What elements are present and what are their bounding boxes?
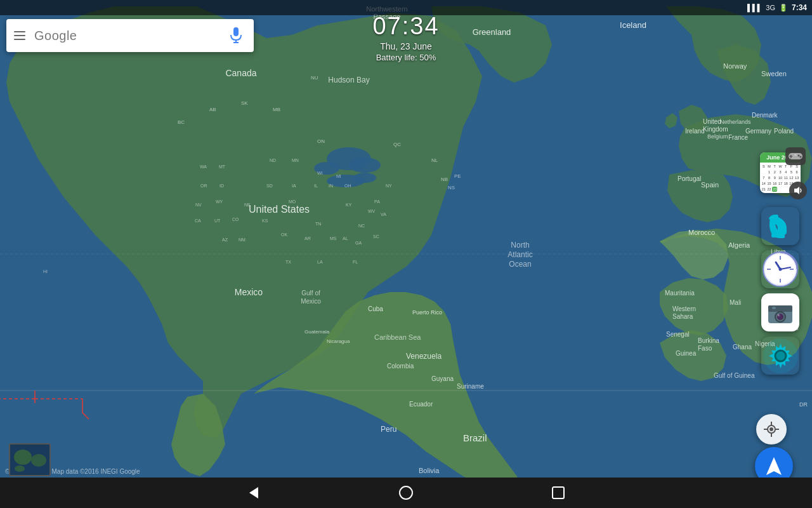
cal-date: 5: [789, 170, 794, 175]
svg-text:MB: MB: [273, 107, 280, 112]
svg-text:AR: AR: [304, 236, 311, 241]
svg-text:LA: LA: [317, 260, 323, 264]
home-button[interactable]: [393, 480, 419, 505]
svg-text:KY: KY: [346, 203, 352, 207]
battery-icon: 🔋: [779, 4, 788, 12]
svg-text:NM: NM: [239, 237, 246, 242]
svg-text:DR: DR: [799, 401, 808, 408]
minimap-svg: [10, 444, 49, 475]
status-time: 7:34: [792, 3, 807, 12]
svg-text:Mali: Mali: [730, 299, 741, 306]
svg-text:Cuba: Cuba: [368, 305, 383, 312]
my-location-button[interactable]: [756, 414, 787, 444]
svg-text:ID: ID: [219, 184, 224, 188]
svg-text:WY: WY: [216, 199, 223, 204]
cal-date: 10: [778, 175, 783, 180]
clock-icon[interactable]: [761, 250, 799, 288]
hamburger-menu-button[interactable]: [14, 31, 25, 40]
cal-date: 13: [794, 175, 799, 180]
svg-text:MI: MI: [336, 174, 341, 178]
svg-point-5: [353, 173, 376, 183]
phone-icon[interactable]: [761, 207, 799, 245]
svg-text:Sahara: Sahara: [672, 313, 693, 320]
cal-date: 2: [772, 170, 777, 175]
cal-date: 22: [767, 187, 772, 192]
svg-text:Western: Western: [672, 305, 696, 312]
cal-date: 7: [761, 175, 766, 180]
svg-text:Mauritania: Mauritania: [665, 290, 695, 297]
svg-text:KS: KS: [262, 218, 268, 223]
svg-text:WI: WI: [317, 171, 323, 175]
svg-point-138: [779, 268, 782, 271]
svg-text:NU: NU: [311, 75, 318, 81]
svg-text:AL: AL: [343, 236, 348, 241]
clock-battery: Battery life: 50%: [372, 53, 439, 62]
svg-text:NV: NV: [195, 203, 202, 207]
map-background[interactable]: Iceland Greenland Northwestern Passage C…: [0, 0, 812, 508]
svg-text:Guatemala: Guatemala: [304, 329, 330, 335]
svg-text:Faso: Faso: [698, 345, 712, 352]
back-button[interactable]: [241, 480, 266, 505]
svg-point-161: [31, 454, 46, 467]
cal-date: 3: [778, 170, 783, 175]
svg-text:Morocco: Morocco: [688, 229, 715, 236]
svg-text:Hudson Bay: Hudson Bay: [328, 76, 369, 84]
svg-point-125: [798, 155, 800, 157]
search-bar[interactable]: Google: [6, 19, 254, 52]
cal-date: 16: [772, 181, 777, 186]
camera-icon[interactable]: [761, 293, 799, 331]
svg-point-162: [15, 465, 25, 472]
svg-text:Sweden: Sweden: [761, 70, 787, 77]
svg-marker-158: [766, 457, 774, 475]
svg-text:WA: WA: [200, 164, 207, 169]
recents-icon: [551, 486, 565, 500]
svg-text:Portugal: Portugal: [678, 175, 701, 182]
svg-text:PA: PA: [374, 199, 380, 204]
minimap-thumbnail[interactable]: [9, 443, 51, 476]
svg-text:Germany: Germany: [745, 128, 771, 135]
svg-text:IL: IL: [314, 184, 318, 188]
svg-text:IN: IN: [329, 184, 333, 188]
cal-date: 18: [783, 181, 789, 186]
svg-text:Burkina: Burkina: [698, 337, 719, 344]
svg-text:Algeria: Algeria: [728, 241, 750, 249]
svg-text:WV: WV: [368, 209, 376, 213]
hamburger-line: [14, 31, 25, 32]
mic-button[interactable]: [226, 25, 246, 46]
svg-text:OH: OH: [344, 184, 351, 188]
svg-text:MS: MS: [330, 236, 337, 241]
svg-text:IA: IA: [292, 184, 296, 188]
svg-rect-165: [553, 487, 564, 498]
settings-icon[interactable]: [761, 337, 799, 375]
clock-date: Thu, 23 June: [372, 41, 439, 51]
svg-text:SC: SC: [373, 234, 379, 239]
volume-icon[interactable]: [789, 182, 807, 199]
svg-text:OR: OR: [200, 184, 207, 188]
recents-button[interactable]: [546, 480, 571, 505]
cal-day: W: [778, 164, 783, 169]
center-clock: 07:34 Thu, 23 June Battery life: 50%: [372, 13, 439, 62]
svg-text:Ghana: Ghana: [733, 344, 752, 351]
svg-text:AZ: AZ: [222, 237, 228, 242]
svg-text:BC: BC: [178, 119, 185, 125]
svg-text:CA: CA: [195, 218, 201, 223]
svg-text:QC: QC: [393, 142, 401, 147]
svg-rect-145: [772, 307, 776, 309]
cal-date: 9: [772, 175, 777, 180]
svg-point-150: [776, 351, 785, 360]
svg-text:Colombia: Colombia: [387, 363, 414, 370]
svg-text:Peru: Peru: [381, 425, 396, 434]
clock-time: 07:34: [372, 13, 439, 40]
svg-point-3: [349, 157, 381, 173]
cal-date: 1: [767, 170, 772, 175]
cal-date: 15: [767, 181, 772, 186]
svg-text:NS: NS: [448, 185, 455, 190]
svg-text:ON: ON: [317, 138, 325, 144]
svg-text:Venezuela: Venezuela: [406, 352, 442, 361]
game-controller-icon[interactable]: [785, 147, 806, 165]
cal-day: M: [767, 164, 772, 169]
svg-point-160: [14, 450, 32, 465]
svg-rect-119: [233, 27, 239, 36]
settings-svg: [763, 338, 798, 373]
svg-text:Atlantic: Atlantic: [508, 250, 532, 259]
